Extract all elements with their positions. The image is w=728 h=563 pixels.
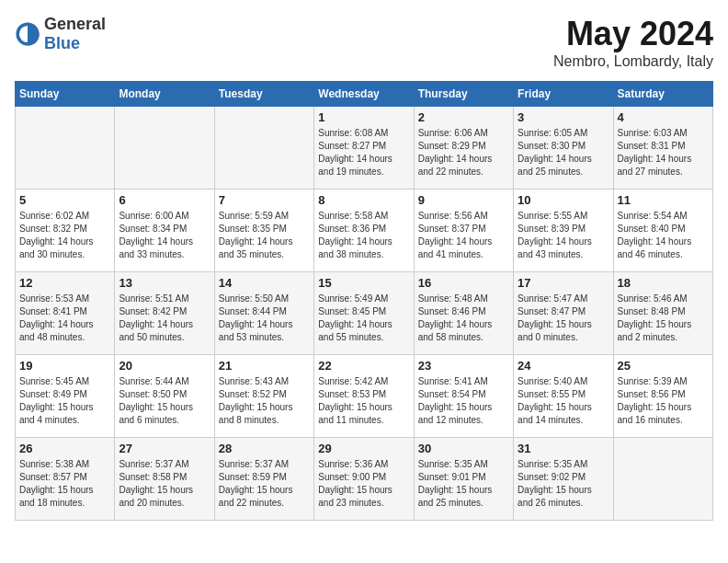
day-number: 28 [219,442,310,455]
calendar-cell: 31Sunrise: 5:35 AM Sunset: 9:02 PM Dayli… [514,438,613,521]
day-info: Sunrise: 6:06 AM Sunset: 8:29 PM Dayligh… [418,127,509,178]
week-row-2: 12Sunrise: 5:53 AM Sunset: 8:41 PM Dayli… [16,272,713,355]
day-number: 21 [219,359,310,373]
calendar-cell: 10Sunrise: 5:55 AM Sunset: 8:39 PM Dayli… [514,190,613,272]
day-number: 29 [318,442,409,455]
header-day-monday: Monday [115,82,214,107]
calendar-cell: 17Sunrise: 5:47 AM Sunset: 8:47 PM Dayli… [514,272,613,355]
day-number: 15 [318,276,409,290]
header-day-saturday: Saturday [613,82,712,107]
main-title: May 2024 [553,15,713,53]
calendar-cell: 5Sunrise: 6:02 AM Sunset: 8:32 PM Daylig… [16,190,115,272]
day-info: Sunrise: 5:55 AM Sunset: 8:39 PM Dayligh… [518,210,609,261]
day-info: Sunrise: 6:00 AM Sunset: 8:34 PM Dayligh… [119,210,210,261]
day-number: 1 [318,110,409,124]
calendar-cell: 24Sunrise: 5:40 AM Sunset: 8:55 PM Dayli… [514,355,613,438]
day-number: 5 [19,193,110,207]
header-day-tuesday: Tuesday [214,82,313,107]
day-info: Sunrise: 5:39 AM Sunset: 8:56 PM Dayligh… [618,375,709,427]
day-info: Sunrise: 5:43 AM Sunset: 8:52 PM Dayligh… [219,375,310,427]
calendar-cell: 22Sunrise: 5:42 AM Sunset: 8:53 PM Dayli… [314,355,414,438]
day-info: Sunrise: 5:35 AM Sunset: 9:01 PM Dayligh… [418,458,509,510]
day-info: Sunrise: 5:38 AM Sunset: 8:57 PM Dayligh… [19,458,110,510]
day-info: Sunrise: 5:44 AM Sunset: 8:50 PM Dayligh… [119,375,210,427]
calendar-cell: 27Sunrise: 5:37 AM Sunset: 8:58 PM Dayli… [115,438,214,521]
day-number: 7 [219,193,310,207]
day-info: Sunrise: 5:48 AM Sunset: 8:46 PM Dayligh… [418,293,509,344]
calendar-cell [115,107,214,190]
calendar-cell: 3Sunrise: 6:05 AM Sunset: 8:30 PM Daylig… [514,107,613,190]
calendar-cell: 7Sunrise: 5:59 AM Sunset: 8:35 PM Daylig… [214,190,313,272]
calendar-cell [214,107,313,190]
day-number: 22 [318,359,409,373]
week-row-0: 1Sunrise: 6:08 AM Sunset: 8:27 PM Daylig… [16,107,713,190]
day-number: 19 [19,359,110,373]
day-info: Sunrise: 5:37 AM Sunset: 8:59 PM Dayligh… [219,458,310,510]
day-info: Sunrise: 6:08 AM Sunset: 8:27 PM Dayligh… [318,127,409,178]
calendar-cell: 9Sunrise: 5:56 AM Sunset: 8:37 PM Daylig… [414,190,513,272]
day-info: Sunrise: 5:45 AM Sunset: 8:49 PM Dayligh… [19,375,110,427]
calendar-cell: 2Sunrise: 6:06 AM Sunset: 8:29 PM Daylig… [414,107,513,190]
day-info: Sunrise: 5:42 AM Sunset: 8:53 PM Dayligh… [318,375,409,427]
day-number: 2 [418,110,509,124]
calendar-cell: 8Sunrise: 5:58 AM Sunset: 8:36 PM Daylig… [314,190,414,272]
header-day-friday: Friday [514,82,613,107]
day-info: Sunrise: 5:46 AM Sunset: 8:48 PM Dayligh… [618,293,709,344]
day-number: 17 [518,276,609,290]
day-info: Sunrise: 5:51 AM Sunset: 8:42 PM Dayligh… [119,293,210,344]
calendar-cell: 14Sunrise: 5:50 AM Sunset: 8:44 PM Dayli… [214,272,313,355]
logo-blue: Blue [44,34,80,52]
day-number: 4 [618,110,709,124]
calendar-cell: 13Sunrise: 5:51 AM Sunset: 8:42 PM Dayli… [115,272,214,355]
calendar-cell: 23Sunrise: 5:41 AM Sunset: 8:54 PM Dayli… [414,355,513,438]
day-info: Sunrise: 5:59 AM Sunset: 8:35 PM Dayligh… [219,210,310,261]
day-info: Sunrise: 6:05 AM Sunset: 8:30 PM Dayligh… [518,127,609,178]
calendar-cell: 4Sunrise: 6:03 AM Sunset: 8:31 PM Daylig… [613,107,712,190]
day-number: 10 [518,193,609,207]
calendar-cell: 29Sunrise: 5:36 AM Sunset: 9:00 PM Dayli… [314,438,414,521]
calendar-cell: 20Sunrise: 5:44 AM Sunset: 8:50 PM Dayli… [115,355,214,438]
day-number: 31 [518,442,609,455]
day-info: Sunrise: 5:50 AM Sunset: 8:44 PM Dayligh… [219,293,310,344]
logo-icon [15,21,40,47]
calendar-cell: 19Sunrise: 5:45 AM Sunset: 8:49 PM Dayli… [16,355,115,438]
calendar-cell [16,107,115,190]
day-info: Sunrise: 5:37 AM Sunset: 8:58 PM Dayligh… [119,458,210,510]
calendar-cell: 11Sunrise: 5:54 AM Sunset: 8:40 PM Dayli… [613,190,712,272]
header: General Blue May 2024 Nembro, Lombardy, … [15,15,713,70]
calendar-cell: 28Sunrise: 5:37 AM Sunset: 8:59 PM Dayli… [214,438,313,521]
calendar-cell: 15Sunrise: 5:49 AM Sunset: 8:45 PM Dayli… [314,272,414,355]
day-info: Sunrise: 6:02 AM Sunset: 8:32 PM Dayligh… [19,210,110,261]
day-number: 24 [518,359,609,373]
day-number: 6 [119,193,210,207]
subtitle: Nembro, Lombardy, Italy [553,53,713,70]
logo-general: General [44,15,106,33]
day-info: Sunrise: 5:53 AM Sunset: 8:41 PM Dayligh… [19,293,110,344]
day-number: 30 [418,442,509,455]
day-number: 18 [618,276,709,290]
title-area: May 2024 Nembro, Lombardy, Italy [553,15,713,70]
day-info: Sunrise: 5:47 AM Sunset: 8:47 PM Dayligh… [518,293,609,344]
day-info: Sunrise: 6:03 AM Sunset: 8:31 PM Dayligh… [618,127,709,178]
calendar-table: SundayMondayTuesdayWednesdayThursdayFrid… [15,81,713,521]
calendar-cell [613,438,712,521]
day-number: 27 [119,442,210,455]
week-row-1: 5Sunrise: 6:02 AM Sunset: 8:32 PM Daylig… [16,190,713,272]
calendar-cell: 26Sunrise: 5:38 AM Sunset: 8:57 PM Dayli… [16,438,115,521]
day-info: Sunrise: 5:56 AM Sunset: 8:37 PM Dayligh… [418,210,509,261]
logo: General Blue [15,15,106,53]
header-day-wednesday: Wednesday [314,82,414,107]
week-row-4: 26Sunrise: 5:38 AM Sunset: 8:57 PM Dayli… [16,438,713,521]
day-number: 13 [119,276,210,290]
header-day-sunday: Sunday [16,82,115,107]
day-info: Sunrise: 5:49 AM Sunset: 8:45 PM Dayligh… [318,293,409,344]
day-number: 16 [418,276,509,290]
calendar-cell: 18Sunrise: 5:46 AM Sunset: 8:48 PM Dayli… [613,272,712,355]
day-number: 8 [318,193,409,207]
day-number: 9 [418,193,509,207]
day-info: Sunrise: 5:35 AM Sunset: 9:02 PM Dayligh… [518,458,609,510]
day-info: Sunrise: 5:36 AM Sunset: 9:00 PM Dayligh… [318,458,409,510]
calendar-cell: 30Sunrise: 5:35 AM Sunset: 9:01 PM Dayli… [414,438,513,521]
day-info: Sunrise: 5:41 AM Sunset: 8:54 PM Dayligh… [418,375,509,427]
day-info: Sunrise: 5:54 AM Sunset: 8:40 PM Dayligh… [618,210,709,261]
